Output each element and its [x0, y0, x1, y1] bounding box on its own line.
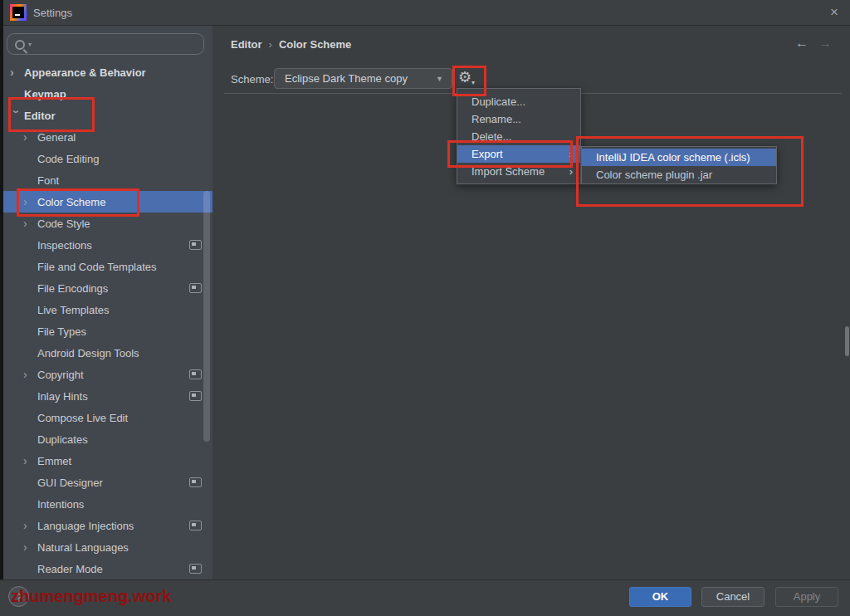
sidebar-item-label: General [37, 131, 76, 144]
menu-item-label: Duplicate... [471, 95, 525, 108]
sidebar-item-general[interactable]: › General [0, 126, 212, 148]
window-scrollbar[interactable] [845, 326, 849, 356]
screen-icon [189, 521, 202, 530]
menu-item-duplicate[interactable]: Duplicate... [457, 93, 580, 110]
sidebar-item-inlay-hints[interactable]: Inlay Hints [0, 385, 212, 407]
sidebar-item-reader-mode[interactable]: Reader Mode [0, 558, 212, 579]
sidebar-item-label: Editor [24, 110, 56, 122]
sidebar-tree: › Appearance & Behavior Keymap › Editor … [0, 61, 212, 579]
search-input[interactable] [39, 36, 200, 54]
breadcrumb-separator-icon: › [269, 38, 272, 51]
sidebar-item-code-editing[interactable]: Code Editing [0, 148, 212, 169]
sidebar-item-language-injections[interactable]: › Language Injections [0, 515, 212, 536]
sidebar-item-label: File Types [37, 325, 86, 338]
chevron-down-icon[interactable]: › [10, 110, 23, 124]
sidebar-item-file-and-code-templates[interactable]: File and Code Templates [0, 256, 212, 277]
forward-icon[interactable]: → [818, 36, 832, 51]
apply-button[interactable]: Apply [775, 587, 838, 607]
sidebar-item-live-templates[interactable]: Live Templates [0, 299, 212, 320]
sidebar-item-label: Inlay Hints [37, 390, 88, 403]
footer-bar: ? zhumengmeng.work OK Cancel Apply [0, 579, 850, 616]
sidebar-item-label: Font [37, 174, 59, 187]
sidebar-item-emmet[interactable]: › Emmet [0, 450, 212, 472]
menu-item-label: Delete... [471, 130, 511, 143]
export-submenu: IntelliJ IDEA color scheme (.icls) Color… [581, 146, 777, 184]
chevron-right-icon[interactable]: › [23, 519, 37, 532]
breadcrumb-editor[interactable]: Editor [231, 38, 262, 51]
sidebar-item-label: Android Design Tools [37, 347, 139, 359]
sidebar-item-label: File and Code Templates [37, 261, 157, 273]
search-filter-arrow-icon[interactable]: ▾ [28, 41, 32, 48]
chevron-right-icon[interactable]: › [23, 195, 37, 208]
sidebar-item-file-encodings[interactable]: File Encodings [0, 277, 212, 299]
sidebar-item-label: Duplicates [37, 433, 88, 446]
gear-icon[interactable]: ⚙ [458, 68, 471, 86]
sidebar-item-editor[interactable]: › Editor [0, 105, 212, 126]
sidebar-item-font[interactable]: Font [0, 169, 212, 191]
menu-item-import-scheme[interactable]: Import Scheme › [457, 163, 580, 180]
submenu-item-icls[interactable]: IntelliJ IDEA color scheme (.icls) [582, 149, 776, 166]
menu-item-label: Import Scheme [471, 165, 545, 178]
cancel-button[interactable]: Cancel [701, 587, 765, 607]
sidebar-item-keymap[interactable]: Keymap [0, 83, 212, 105]
search-icon[interactable] [15, 40, 25, 50]
scheme-actions-menu: Duplicate... Rename... Delete... Export … [457, 88, 581, 184]
sidebar-item-label: Color Scheme [37, 196, 105, 208]
intellij-logo-icon [10, 4, 27, 21]
chevron-right-icon[interactable]: › [23, 217, 37, 230]
gear-caret-icon: ▾ [471, 79, 475, 86]
chevron-right-icon[interactable]: › [10, 66, 24, 79]
submenu-item-plugin-jar[interactable]: Color scheme plugin .jar [582, 166, 776, 183]
sidebar-item-appearance-behavior[interactable]: › Appearance & Behavior [0, 61, 212, 83]
sidebar-item-duplicates[interactable]: Duplicates [0, 428, 212, 450]
sidebar-item-natural-languages[interactable]: › Natural Languages [0, 536, 212, 558]
breadcrumb-color-scheme[interactable]: Color Scheme [279, 38, 351, 51]
watermark: zhumengmeng.work [11, 587, 171, 606]
search-box[interactable]: ▾ [7, 33, 204, 55]
menu-item-delete[interactable]: Delete... [457, 128, 580, 145]
sidebar-item-file-types[interactable]: File Types [0, 320, 212, 342]
submenu-item-label: Color scheme plugin .jar [596, 169, 712, 181]
sidebar-item-label: Live Templates [37, 304, 109, 316]
scheme-label: Scheme: [231, 73, 273, 86]
submenu-arrow-icon: › [569, 145, 573, 163]
sidebar-scrollbar[interactable] [203, 191, 210, 442]
sidebar-item-compose-live-edit[interactable]: Compose Live Edit [0, 407, 212, 428]
sidebar-item-code-style[interactable]: › Code Style [0, 213, 212, 234]
title-bar: Settings × [0, 0, 850, 26]
sidebar-item-android-design-tools[interactable]: Android Design Tools [0, 342, 212, 364]
sidebar-item-inspections[interactable]: Inspections [0, 234, 212, 256]
submenu-item-label: IntelliJ IDEA color scheme (.icls) [596, 151, 750, 164]
ok-button[interactable]: OK [629, 587, 691, 607]
sidebar-item-label: Reader Mode [37, 563, 103, 575]
scheme-dropdown-value: Eclipse Dark Theme copy [285, 72, 408, 85]
scheme-dropdown[interactable]: Eclipse Dark Theme copy ▼ [274, 68, 452, 89]
chevron-right-icon[interactable]: › [23, 368, 37, 381]
close-icon[interactable]: × [830, 4, 838, 21]
sidebar-item-gui-designer[interactable]: GUI Designer [0, 472, 212, 493]
sidebar-item-label: Natural Languages [37, 541, 129, 554]
settings-sidebar: ▾ › Appearance & Behavior Keymap › Edito… [0, 26, 212, 579]
sidebar-item-label: Code Editing [37, 153, 99, 165]
menu-item-export[interactable]: Export › [457, 145, 580, 163]
window-left-edge [0, 0, 3, 579]
chevron-right-icon[interactable]: › [23, 540, 37, 554]
chevron-down-icon: ▼ [436, 75, 443, 83]
screen-icon [189, 391, 202, 401]
chevron-right-icon[interactable]: › [23, 454, 37, 467]
sidebar-item-label: Appearance & Behavior [24, 66, 146, 79]
chevron-right-icon[interactable]: › [23, 130, 37, 144]
sidebar-item-intentions[interactable]: Intentions [0, 493, 212, 515]
screen-icon [189, 369, 202, 379]
sidebar-item-label: Copyright [37, 369, 84, 381]
menu-item-rename[interactable]: Rename... [457, 110, 580, 128]
sidebar-item-label: Inspections [37, 239, 92, 252]
menu-item-label: Rename... [471, 113, 521, 125]
screen-icon [189, 240, 202, 250]
sidebar-item-color-scheme[interactable]: › Color Scheme [0, 191, 212, 213]
breadcrumb: Editor›Color Scheme [231, 38, 351, 51]
sidebar-item-copyright[interactable]: › Copyright [0, 364, 212, 385]
sidebar-item-label: Emmet [37, 455, 71, 467]
back-icon[interactable]: ← [795, 36, 808, 51]
menu-item-label: Export [471, 148, 503, 160]
